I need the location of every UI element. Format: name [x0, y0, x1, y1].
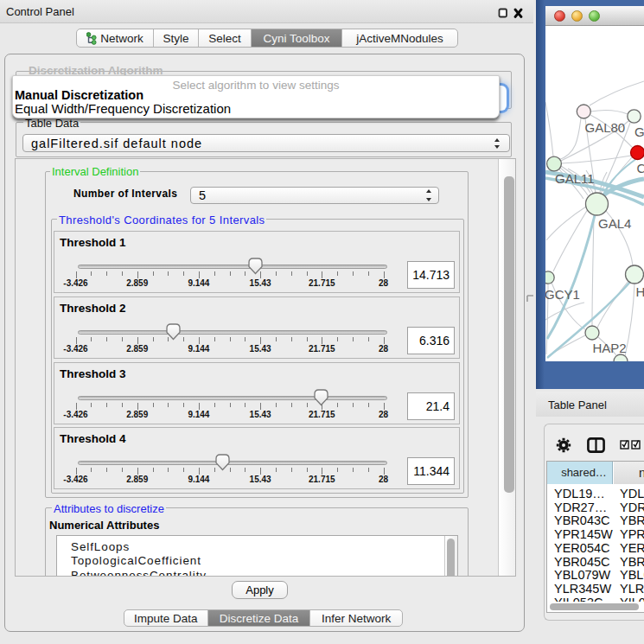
svg-text:C: C — [637, 161, 644, 175]
svg-text:GA: GA — [634, 124, 644, 139]
svg-text:HAP2: HAP2 — [593, 341, 627, 355]
svg-text:GCY1: GCY1 — [545, 287, 580, 302]
svg-text:GAL80: GAL80 — [585, 120, 626, 135]
svg-text:GAL4: GAL4 — [598, 216, 631, 231]
svg-text:H: H — [636, 284, 644, 299]
svg-text:GAL11: GAL11 — [555, 171, 595, 186]
